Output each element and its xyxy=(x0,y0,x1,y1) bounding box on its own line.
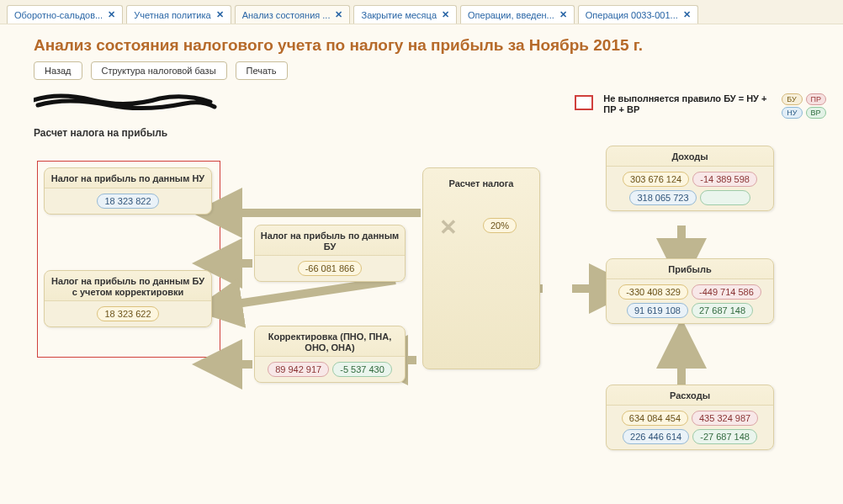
rule-violation-icon xyxy=(575,95,593,110)
legend-pills: БУ ПР НУ ВР xyxy=(782,93,826,119)
value-expense-vr: -27 687 148 xyxy=(692,429,757,444)
value-income-nu: 318 065 723 xyxy=(629,190,696,205)
value-expense-bu: 634 084 454 xyxy=(622,411,688,426)
close-icon[interactable]: ✕ xyxy=(559,9,567,20)
legend-pill-pr: ПР xyxy=(806,93,826,105)
card-correction[interactable]: Корректировка (ПНО, ПНА, ОНО, ОНА) 89 94… xyxy=(254,326,406,383)
card-title: Корректировка (ПНО, ПНА, ОНО, ОНА) xyxy=(255,326,405,356)
value-income-pr: -14 389 598 xyxy=(692,172,757,187)
tab-label: Учетная политика xyxy=(134,10,210,20)
tab-label: Операция 0033-001... xyxy=(586,10,678,20)
tab-balance[interactable]: Оборотно-сальдов... ✕ xyxy=(7,5,123,24)
tab-operation-0033[interactable]: Операция 0033-001... ✕ xyxy=(578,5,698,24)
legend-pill-vr: ВР xyxy=(806,107,826,119)
value-bu: -66 081 866 xyxy=(298,261,363,276)
value-rate: 20% xyxy=(483,218,517,233)
diagram-canvas: Налог на прибыль по данным НУ 18 323 822… xyxy=(17,146,824,499)
page-title: Анализ состояния налогового учета по нал… xyxy=(0,24,843,61)
tab-label: Операции, введен... xyxy=(468,10,554,20)
card-bu-tax[interactable]: Налог на прибыль по данным БУ -66 081 86… xyxy=(254,225,406,282)
tab-label: Закрытие месяца xyxy=(361,10,437,20)
tab-analysis[interactable]: Анализ состояния ... ✕ xyxy=(235,5,351,24)
tab-label: Оборотно-сальдов... xyxy=(14,10,103,20)
value-corr-2: -5 537 430 xyxy=(332,362,392,377)
multiply-icon: ✕ xyxy=(439,215,458,241)
card-title: Расчет налога xyxy=(423,168,539,193)
tab-bar: Оборотно-сальдов... ✕ Учетная политика ✕… xyxy=(0,0,843,24)
value-profit-pr: -449 714 586 xyxy=(692,284,761,300)
card-calc[interactable]: Расчет налога xyxy=(422,167,540,369)
tab-policy[interactable]: Учетная политика ✕ xyxy=(126,5,231,24)
value-expense-nu: 226 446 614 xyxy=(623,429,689,444)
card-income[interactable]: Доходы 303 676 124 -14 389 598 318 065 7… xyxy=(606,146,774,211)
card-bu-corrected[interactable]: Налог на прибыль по данным БУ с учетом к… xyxy=(44,270,212,327)
tab-closing[interactable]: Закрытие месяца ✕ xyxy=(353,5,457,24)
close-icon[interactable]: ✕ xyxy=(335,9,342,20)
value-corr-1: 89 942 917 xyxy=(268,362,329,377)
card-title: Доходы xyxy=(607,146,773,166)
value-nu: 18 323 822 xyxy=(97,194,158,209)
back-button[interactable]: Назад xyxy=(34,61,82,80)
card-title: Налог на прибыль по данным БУ с учетом к… xyxy=(45,271,211,300)
card-title: Налог на прибыль по данным БУ xyxy=(255,225,405,255)
card-title: Налог на прибыль по данным НУ xyxy=(45,168,211,188)
card-title: Прибыль xyxy=(607,259,773,279)
value-bu-corr: 18 323 622 xyxy=(97,306,158,321)
value-income-vr xyxy=(700,190,750,205)
value-expense-pr: 435 324 987 xyxy=(692,411,758,426)
close-icon[interactable]: ✕ xyxy=(108,9,115,20)
section-subtitle: Расчет налога на прибыль xyxy=(0,124,843,146)
value-income-bu: 303 676 124 xyxy=(623,172,689,187)
card-profit[interactable]: Прибыль -330 408 329 -449 714 586 91 619… xyxy=(606,258,774,324)
close-icon[interactable]: ✕ xyxy=(683,9,691,20)
legend-row: Не выполняется правило БУ = НУ + ПР + ВР… xyxy=(0,90,843,124)
toolbar: Назад Структура налоговой базы Печать xyxy=(0,61,843,90)
rule-text: Не выполняется правило БУ = НУ + ПР + ВР xyxy=(603,93,771,115)
value-profit-bu: -330 408 329 xyxy=(618,284,688,300)
card-title: Расходы xyxy=(607,385,773,405)
value-profit-vr: 27 687 148 xyxy=(692,303,753,318)
svg-line-2 xyxy=(225,280,395,305)
tab-operations[interactable]: Операции, введен... ✕ xyxy=(460,5,575,24)
redacted-scribble xyxy=(34,93,219,112)
close-icon[interactable]: ✕ xyxy=(442,9,449,20)
value-profit-nu: 91 619 108 xyxy=(627,303,688,318)
close-icon[interactable]: ✕ xyxy=(216,9,224,20)
card-nu-tax[interactable]: Налог на прибыль по данным НУ 18 323 822 xyxy=(44,167,212,215)
legend-pill-nu: НУ xyxy=(782,107,802,119)
legend-pill-bu: БУ xyxy=(782,93,802,105)
card-expense[interactable]: Расходы 634 084 454 435 324 987 226 446 … xyxy=(606,385,774,450)
structure-button[interactable]: Структура налоговой базы xyxy=(91,61,227,80)
tab-label: Анализ состояния ... xyxy=(242,10,331,20)
print-button[interactable]: Печать xyxy=(236,61,288,80)
